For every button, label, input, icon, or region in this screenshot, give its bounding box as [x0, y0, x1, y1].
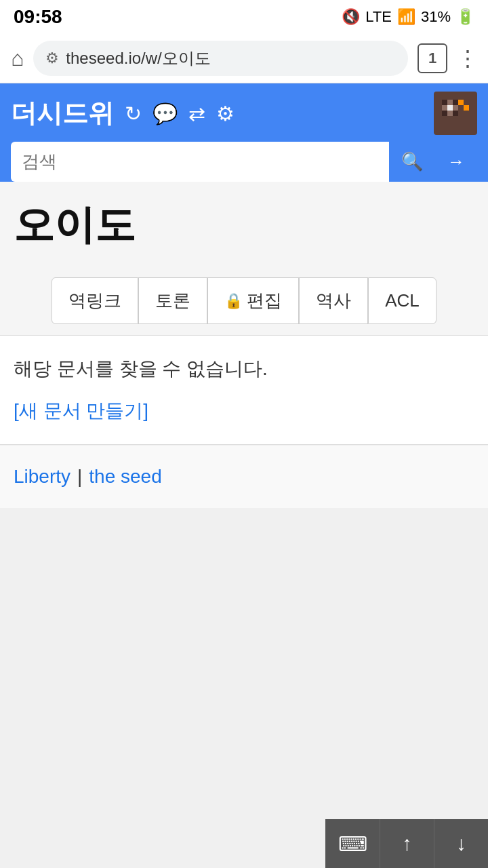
battery-icon: 🔋 — [456, 8, 474, 26]
tab-backlinks[interactable]: 역링크 — [52, 277, 138, 324]
browser-chrome: ⌂ ⚙ theseed.io/w/오이도 1 ⋮ — [0, 34, 488, 83]
empty-space — [0, 508, 488, 745]
scroll-down-button[interactable]: ↓ — [434, 819, 488, 868]
bottom-toolbar: ⌨ ↑ ↓ — [325, 819, 488, 868]
status-time: 09:58 — [14, 6, 62, 28]
keyboard-icon: ⌨ — [338, 832, 367, 856]
wiki-header: 더시드위 ↻ 💬 ⇄ ⚙ 🔍 → — [0, 83, 488, 182]
home-icon[interactable]: ⌂ — [11, 46, 24, 71]
signal-icon: 📶 — [397, 8, 415, 26]
wiki-search-bar: 🔍 → — [11, 142, 477, 182]
tab-discuss[interactable]: 토론 — [138, 277, 207, 324]
search-button[interactable]: 🔍 — [389, 142, 435, 182]
lte-icon: LTE — [365, 8, 392, 26]
settings-icon[interactable]: ⚙ — [216, 102, 235, 125]
svg-rect-10 — [458, 100, 464, 105]
chat-icon[interactable]: 💬 — [152, 102, 178, 125]
wiki-logo-area: 더시드위 ↻ 💬 ⇄ ⚙ — [11, 96, 235, 131]
tab-count-button[interactable]: 1 — [418, 43, 447, 73]
svg-rect-11 — [464, 105, 469, 111]
tab-acl[interactable]: ACL — [368, 277, 436, 324]
down-arrow-icon: ↓ — [456, 832, 466, 855]
tab-edit[interactable]: 🔒 편집 — [207, 277, 299, 324]
svg-rect-5 — [447, 105, 453, 111]
svg-rect-9 — [453, 111, 458, 116]
lock-icon: 🔒 — [224, 292, 243, 310]
footer-separator: | — [77, 466, 82, 488]
security-icon: ⚙ — [45, 50, 59, 67]
browser-menu-button[interactable]: ⋮ — [457, 45, 477, 71]
svg-rect-2 — [447, 100, 453, 105]
search-go-button[interactable]: → — [435, 142, 477, 182]
up-arrow-icon: ↑ — [402, 832, 412, 855]
svg-rect-8 — [447, 111, 453, 116]
status-icons: 🔇 LTE 📶 31% 🔋 — [342, 8, 474, 26]
svg-rect-6 — [453, 105, 458, 111]
battery-text: 31% — [421, 8, 451, 26]
tab-bar: 역링크 토론 🔒 편집 역사 ACL — [0, 277, 488, 335]
mute-icon: 🔇 — [342, 8, 360, 26]
wiki-footer: Liberty | the seed — [0, 445, 488, 508]
liberty-link[interactable]: Liberty — [14, 466, 70, 488]
scroll-up-button[interactable]: ↑ — [380, 819, 434, 868]
url-text[interactable]: theseed.io/w/오이도 — [66, 47, 210, 69]
search-input[interactable] — [11, 142, 389, 182]
page-title: 오이도 — [14, 198, 474, 253]
tab-history[interactable]: 역사 — [299, 277, 368, 324]
theseed-link[interactable]: the seed — [89, 466, 161, 488]
page-content-header: 오이도 — [0, 182, 488, 277]
svg-rect-4 — [442, 105, 447, 111]
wiki-header-top: 더시드위 ↻ 💬 ⇄ ⚙ — [11, 92, 477, 135]
create-document-link[interactable]: [새 문서 만들기] — [14, 400, 148, 421]
svg-rect-3 — [453, 100, 458, 105]
svg-rect-7 — [442, 111, 447, 116]
wiki-title[interactable]: 더시드위 — [11, 96, 114, 131]
not-found-message: 해당 문서를 찾을 수 없습니다. — [14, 356, 474, 382]
wiki-avatar[interactable] — [434, 92, 477, 135]
refresh-icon[interactable]: ↻ — [125, 102, 142, 125]
svg-rect-1 — [442, 100, 447, 105]
random-icon[interactable]: ⇄ — [188, 102, 205, 125]
url-bar[interactable]: ⚙ theseed.io/w/오이도 — [33, 41, 408, 76]
status-bar: 09:58 🔇 LTE 📶 31% 🔋 — [0, 0, 488, 34]
article-body: 해당 문서를 찾을 수 없습니다. [새 문서 만들기] — [0, 335, 488, 445]
keyboard-button[interactable]: ⌨ — [325, 819, 380, 868]
